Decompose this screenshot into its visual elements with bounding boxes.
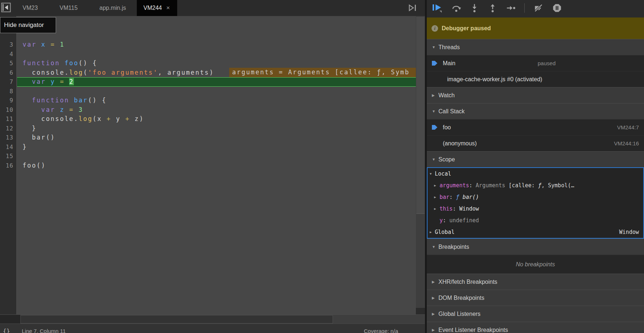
token-p: y bbox=[440, 217, 443, 224]
section-header-threads[interactable]: ▼Threads bbox=[427, 39, 644, 55]
show-navigator-icon[interactable] bbox=[408, 3, 418, 13]
cursor-position-label: Line 7, Column 11 bbox=[22, 328, 66, 333]
scope-row-content: y: undefined bbox=[440, 215, 479, 226]
code-line[interactable]: var z = 3 bbox=[23, 105, 83, 115]
code-line[interactable]: } bbox=[23, 124, 37, 133]
hide-navigator-tooltip[interactable]: Hide navigator bbox=[0, 17, 56, 33]
pretty-print-icon[interactable]: {} bbox=[3, 328, 10, 333]
section-header-dom-breakpoints[interactable]: ▶DOM Breakpoints bbox=[427, 290, 644, 306]
horizontal-scrollbar-thumb[interactable] bbox=[20, 315, 333, 324]
triangle-down-icon[interactable]: ▼ bbox=[432, 157, 436, 161]
token-n: 3 bbox=[79, 106, 83, 113]
step-icon[interactable] bbox=[506, 3, 516, 13]
section-header-xhr-fetch-breakpoints[interactable]: ▶XHR/fetch Breakpoints bbox=[427, 274, 644, 290]
triangle-down-icon[interactable]: ▼ bbox=[432, 109, 436, 113]
item-label: (anonymous) bbox=[443, 140, 477, 147]
token-k: var bbox=[32, 78, 51, 85]
code-line[interactable]: } bbox=[23, 142, 27, 152]
triangle-right-icon[interactable]: ▶ bbox=[434, 180, 436, 191]
section-header-breakpoints[interactable]: ▼Breakpoints bbox=[427, 239, 644, 255]
editor-vertical-scrollbar[interactable] bbox=[416, 16, 425, 314]
token-s: 'foo arguments' bbox=[88, 69, 158, 76]
deactivate-breakpoints-icon[interactable] bbox=[533, 3, 544, 13]
line-number[interactable]: 7 bbox=[0, 77, 13, 87]
section-header-global-listeners[interactable]: ▶Global Listeners bbox=[427, 306, 644, 322]
line-number[interactable]: 16 bbox=[0, 161, 13, 171]
list-item[interactable]: fooVM244:7 bbox=[427, 119, 644, 135]
triangle-right-icon[interactable]: ▶ bbox=[432, 312, 435, 316]
token-t: console. bbox=[23, 69, 69, 76]
triangle-right-icon[interactable]: ▶ bbox=[432, 296, 435, 300]
line-number[interactable]: 3 bbox=[0, 40, 13, 50]
section-header-call-stack[interactable]: ▼Call Stack bbox=[427, 103, 644, 119]
line-number[interactable]: 13 bbox=[0, 133, 13, 142]
scope-arguments[interactable]: ▶arguments: Arguments [callee: ƒ, Symbol… bbox=[428, 180, 643, 191]
section-header-scope[interactable]: ▼Scope bbox=[427, 151, 644, 167]
line-number[interactable]: 12 bbox=[0, 124, 13, 133]
token-p: arguments bbox=[440, 182, 469, 189]
active-marker-icon bbox=[432, 125, 437, 130]
scope-this[interactable]: ▶this: Window bbox=[428, 203, 643, 215]
scope-y[interactable]: y: undefined bbox=[428, 215, 643, 226]
tab-app.min.js[interactable]: app.min.js bbox=[88, 0, 137, 16]
line-number[interactable]: 4 bbox=[0, 50, 13, 59]
vertical-scrollbar-thumb[interactable] bbox=[416, 17, 425, 214]
code-line[interactable]: function foo() { bbox=[23, 59, 97, 68]
token-t bbox=[23, 106, 41, 113]
triangle-down-icon[interactable]: ▼ bbox=[432, 45, 436, 49]
step-into-icon[interactable] bbox=[470, 3, 479, 13]
scope-global[interactable]: ▶GlobalWindow bbox=[428, 226, 643, 238]
section-header-watch[interactable]: ▶Watch bbox=[427, 87, 644, 103]
scope-bar[interactable]: ▶bar: ƒ bar() bbox=[428, 191, 643, 203]
code-line[interactable]: foo() bbox=[23, 161, 46, 171]
triangle-down-icon[interactable]: ▼ bbox=[432, 245, 436, 249]
dock-back-icon[interactable] bbox=[1, 3, 11, 12]
section-label: Call Stack bbox=[438, 108, 465, 115]
token-it: bar() bbox=[459, 194, 479, 200]
tab-VM244[interactable]: VM244× bbox=[137, 0, 177, 16]
triangle-right-icon[interactable]: ▶ bbox=[430, 226, 432, 238]
line-number-gutter[interactable]: 345678910111213141516 bbox=[0, 16, 17, 314]
inline-variable-hint: arguments = Arguments [callee: ƒ, Symb bbox=[229, 68, 416, 77]
triangle-right-icon[interactable]: ▶ bbox=[432, 93, 435, 97]
tab-list: VM23VM115app.min.jsVM244× bbox=[12, 0, 177, 16]
pause-on-exceptions-icon[interactable] bbox=[552, 3, 562, 13]
code-line[interactable]: console.log(x + y + z) bbox=[23, 114, 144, 124]
code-line[interactable]: var y = 2 bbox=[23, 77, 74, 87]
line-number[interactable]: 6 bbox=[0, 68, 13, 78]
triangle-right-icon[interactable]: ▶ bbox=[434, 203, 436, 215]
editor-horizontal-scrollbar[interactable] bbox=[0, 314, 425, 324]
code-line[interactable]: console.log('foo arguments', arguments) bbox=[23, 68, 214, 78]
triangle-down-icon[interactable]: ▼ bbox=[430, 168, 432, 180]
code-editor[interactable]: arguments = Arguments [callee: ƒ, Symb v… bbox=[0, 16, 425, 314]
tab-VM115[interactable]: VM115 bbox=[49, 0, 89, 16]
line-number[interactable]: 9 bbox=[0, 96, 13, 105]
code-line[interactable]: function bar() { bbox=[23, 96, 107, 105]
list-item[interactable]: Mainpaused bbox=[427, 55, 644, 71]
line-number[interactable]: 15 bbox=[0, 152, 13, 161]
token-t: , Symbol(… bbox=[541, 182, 574, 189]
triangle-right-icon[interactable]: ▶ bbox=[432, 280, 435, 284]
token-t: : bbox=[443, 217, 449, 224]
scope-local[interactable]: ▼Local bbox=[428, 168, 643, 180]
step-out-icon[interactable] bbox=[488, 3, 497, 13]
triangle-right-icon[interactable]: ▶ bbox=[432, 328, 435, 332]
token-fi: ƒ bbox=[538, 182, 541, 189]
line-number[interactable]: 8 bbox=[0, 87, 13, 96]
triangle-right-icon[interactable]: ▶ bbox=[434, 191, 436, 203]
list-item[interactable]: image-cache-worker.js #0 (activated) bbox=[427, 71, 644, 87]
line-number[interactable]: 10 bbox=[0, 105, 13, 115]
list-item[interactable]: (anonymous)VM244:16 bbox=[427, 135, 644, 151]
section-label: Global Listeners bbox=[438, 311, 481, 317]
section-label: DOM Breakpoints bbox=[438, 295, 484, 301]
resume-script-icon[interactable] bbox=[432, 3, 443, 13]
tab-VM23[interactable]: VM23 bbox=[12, 0, 49, 16]
tab-close-icon[interactable]: × bbox=[166, 4, 170, 12]
step-over-icon[interactable] bbox=[452, 3, 461, 13]
section-header-event-listener-breakpoints[interactable]: ▶Event Listener Breakpoints bbox=[427, 322, 644, 333]
line-number[interactable]: 11 bbox=[0, 114, 13, 124]
code-line[interactable]: bar() bbox=[23, 133, 55, 142]
line-number[interactable]: 5 bbox=[0, 59, 13, 68]
code-line[interactable]: var x = 1 bbox=[23, 40, 65, 50]
line-number[interactable]: 14 bbox=[0, 142, 13, 152]
